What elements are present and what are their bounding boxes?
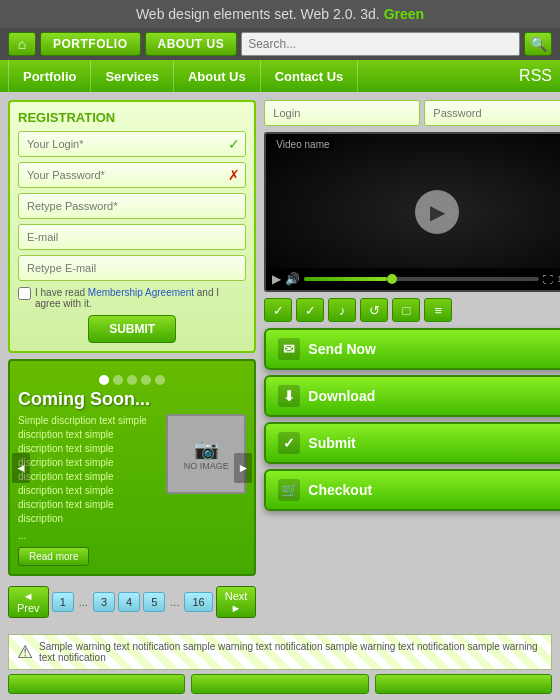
pagination: ◄ Prev 1 ... 3 4 5 ... 16 Next ► <box>8 582 256 622</box>
carousel-dots <box>18 375 246 385</box>
carousel-dot-2[interactable] <box>113 375 123 385</box>
login-input[interactable] <box>18 131 246 157</box>
ellipsis-1: ... <box>77 596 90 608</box>
retype-password-field <box>18 193 246 219</box>
password-field: ✗ <box>18 162 246 188</box>
next-page-button[interactable]: Next ► <box>216 586 257 618</box>
read-more-button[interactable]: Read more <box>18 547 89 566</box>
camera-icon: 📷 <box>194 437 219 461</box>
send-now-button[interactable]: ✉ Send Now <box>264 328 560 370</box>
send-icon: ✉ <box>278 338 300 360</box>
warning-icon: ⚠ <box>17 641 33 663</box>
carousel-prev-button[interactable]: ◄ <box>12 453 30 483</box>
carousel-dot-1[interactable] <box>99 375 109 385</box>
login-field-top[interactable] <box>264 100 420 126</box>
nav2-about[interactable]: About Us <box>174 60 261 92</box>
login-row: 👤 <box>264 100 560 126</box>
portfolio-button[interactable]: PORTFOLIO <box>40 32 141 56</box>
carousel-next-button[interactable]: ► <box>234 453 252 483</box>
submit-action-label: Submit <box>308 435 355 451</box>
page-1[interactable]: 1 <box>52 592 74 612</box>
nav1: ⌂ PORTFOLIO ABOUT US 🔍 <box>0 28 560 60</box>
download-button[interactable]: ⬇ Download <box>264 375 560 417</box>
submit-action-button[interactable]: ✓ Submit <box>264 422 560 464</box>
main-content: REGISTRATION ✓ ✗ I have read Mem <box>0 92 560 630</box>
ellipsis-2: ... <box>168 596 181 608</box>
retype-email-input[interactable] <box>18 255 246 281</box>
title-highlight: Green <box>384 6 424 22</box>
rss-icon[interactable]: RSS <box>519 67 552 85</box>
home-button[interactable]: ⌂ <box>8 32 36 56</box>
checkout-icon: 🛒 <box>278 479 300 501</box>
login-field: ✓ <box>18 131 246 157</box>
download-icon: ⬇ <box>278 385 300 407</box>
carousel-dot-5[interactable] <box>155 375 165 385</box>
submit-icon: ✓ <box>278 432 300 454</box>
bottom-btn-3[interactable] <box>375 674 552 694</box>
carousel-content: Simple discription text simple discripti… <box>18 414 158 566</box>
media-btn-1[interactable]: ✓ <box>264 298 292 322</box>
nav2-services[interactable]: Services <box>91 60 174 92</box>
retype-email-field <box>18 255 246 281</box>
error-icon: ✗ <box>228 167 240 183</box>
media-buttons: ✓ ✓ ♪ ↺ □ ≡ <box>264 298 560 322</box>
submit-button[interactable]: SUBMIT <box>88 315 176 343</box>
about-us-button[interactable]: ABOUT US <box>145 32 238 56</box>
page-5[interactable]: 5 <box>143 592 165 612</box>
media-btn-3[interactable]: ♪ <box>328 298 356 322</box>
send-now-label: Send Now <box>308 341 376 357</box>
media-btn-4[interactable]: ↺ <box>360 298 388 322</box>
download-label: Download <box>308 388 375 404</box>
page-4[interactable]: 4 <box>118 592 140 612</box>
carousel-box: ◄ ► Coming Soon... Simple discription te… <box>8 359 256 576</box>
nav2-portfolio[interactable]: Portfolio <box>8 60 91 92</box>
checkbox-label: I have read Membership Agreement and I a… <box>35 287 246 309</box>
password-input[interactable] <box>18 162 246 188</box>
registration-title: REGISTRATION <box>18 110 246 125</box>
media-btn-2[interactable]: ✓ <box>296 298 324 322</box>
play-control[interactable]: ▶ <box>272 272 281 286</box>
email-field <box>18 224 246 250</box>
search-input[interactable] <box>241 32 520 56</box>
video-box: Video name ▶ 7:24 ▶ 🔊 ⛶ 1 part(s) all <box>264 132 560 292</box>
video-background <box>266 134 560 290</box>
carousel-dot-4[interactable] <box>141 375 151 385</box>
bottom-btn-2[interactable] <box>191 674 368 694</box>
video-label: Video name <box>272 138 333 151</box>
search-button[interactable]: 🔍 <box>524 32 552 56</box>
media-btn-6[interactable]: ≡ <box>424 298 452 322</box>
checkout-button[interactable]: 🛒 Checkout <box>264 469 560 511</box>
right-column: 👤 Video name ▶ 7:24 ▶ 🔊 ⛶ 1 part(s) all … <box>264 100 560 622</box>
no-image-label: NO IMAGE <box>184 461 229 471</box>
left-column: REGISTRATION ✓ ✗ I have read Mem <box>8 100 256 622</box>
carousel-inner: Simple discription text simple discripti… <box>18 414 246 566</box>
play-button[interactable]: ▶ <box>415 190 459 234</box>
media-btn-5[interactable]: □ <box>392 298 420 322</box>
bottom-btn-1[interactable] <box>8 674 185 694</box>
retype-password-input[interactable] <box>18 193 246 219</box>
warning-text: Sample warning text notification sample … <box>39 641 543 663</box>
prev-page-button[interactable]: ◄ Prev <box>8 586 49 618</box>
password-field-top[interactable] <box>424 100 560 126</box>
progress-bar[interactable] <box>304 277 539 281</box>
title-bar: Web design elements set. Web 2.0. 3d. Gr… <box>0 0 560 28</box>
nav2-contact[interactable]: Contact Us <box>261 60 359 92</box>
volume-control[interactable]: 🔊 <box>285 272 300 286</box>
action-buttons: ✉ Send Now ⬇ Download ✓ Submit 🛒 Checkou… <box>264 328 560 511</box>
page-16[interactable]: 16 <box>184 592 212 612</box>
warning-bar: ⚠ Sample warning text notification sampl… <box>8 634 552 670</box>
progress-dot <box>387 274 397 284</box>
progress-fill <box>304 277 386 281</box>
nav2: Portfolio Services About Us Contact Us R… <box>0 60 560 92</box>
check-icon: ✓ <box>228 136 240 152</box>
carousel-dot-3[interactable] <box>127 375 137 385</box>
page-3[interactable]: 3 <box>93 592 115 612</box>
bottom-buttons-row <box>0 674 560 694</box>
checkbox-row: I have read Membership Agreement and I a… <box>18 287 246 309</box>
email-input[interactable] <box>18 224 246 250</box>
membership-link[interactable]: Membership Agreement <box>88 287 194 298</box>
agreement-checkbox[interactable] <box>18 287 31 300</box>
fullscreen-button[interactable]: ⛶ <box>543 274 553 285</box>
carousel-title: Coming Soon... <box>18 389 246 410</box>
video-controls: ▶ 🔊 ⛶ 1 part(s) all <box>266 268 560 290</box>
